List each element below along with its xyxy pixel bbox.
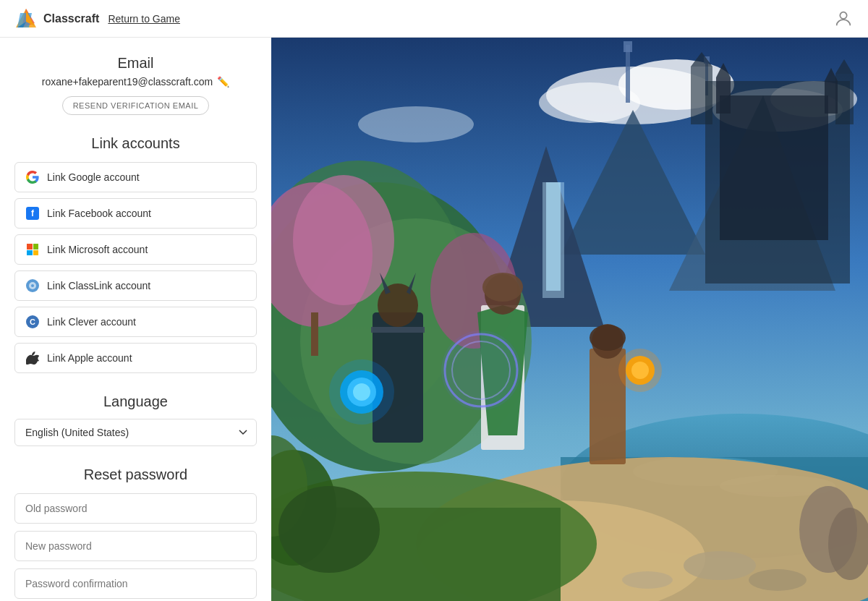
svg-rect-30 — [825, 81, 838, 114]
classcraft-logo-icon — [14, 7, 38, 30]
svg-rect-17 — [624, 41, 632, 52]
header-left: Classcraft Return to Game — [14, 7, 180, 30]
resend-verification-button[interactable]: RESEND VERIFICATION EMAIL — [62, 96, 210, 115]
svg-point-70 — [590, 325, 626, 351]
svg-rect-56 — [371, 327, 425, 333]
left-panel: Email roxane+fakeparent19@classcraft.com… — [0, 38, 271, 601]
classlink-icon — [25, 278, 40, 293]
svg-point-15 — [358, 106, 474, 142]
link-clever-label: Link Clever account — [47, 316, 136, 328]
old-password-input[interactable] — [14, 493, 257, 524]
email-address-row: roxane+fakeparent19@classcraft.com ✏️ — [14, 76, 257, 88]
email-value: roxane+fakeparent19@classcraft.com — [42, 76, 213, 88]
link-google-label: Link Google account — [47, 171, 140, 183]
svg-point-53 — [378, 284, 418, 327]
ms-yellow — [33, 250, 39, 256]
svg-rect-41 — [542, 182, 564, 298]
link-facebook-button[interactable]: f Link Facebook account — [14, 198, 257, 229]
svg-point-76 — [278, 486, 380, 573]
clever-icon: C — [25, 315, 40, 329]
svg-rect-28 — [720, 95, 828, 240]
svg-point-12 — [539, 82, 640, 123]
main-layout: Email roxane+fakeparent19@classcraft.com… — [0, 38, 868, 601]
ms-red — [27, 244, 33, 250]
svg-point-37 — [293, 175, 394, 305]
google-icon — [25, 170, 40, 184]
language-title: Language — [14, 393, 257, 410]
right-panel — [271, 38, 868, 601]
svg-point-73 — [618, 349, 662, 392]
svg-rect-38 — [311, 312, 318, 356]
edit-icon[interactable]: ✏️ — [217, 76, 229, 88]
link-facebook-label: Link Facebook account — [47, 208, 151, 219]
new-password-input[interactable] — [14, 531, 257, 561]
svg-point-77 — [684, 551, 756, 580]
apple-icon — [25, 351, 40, 365]
svg-rect-24 — [691, 67, 712, 124]
link-microsoft-label: Link Microsoft account — [47, 244, 148, 255]
password-confirmation-input[interactable] — [14, 568, 257, 599]
microsoft-grid-icon — [27, 244, 38, 255]
clever-icon-circle: C — [26, 315, 39, 328]
reset-password-title: Reset password — [14, 466, 257, 483]
svg-point-78 — [749, 569, 807, 591]
svg-point-8 — [31, 284, 34, 287]
email-section: Email roxane+fakeparent19@classcraft.com… — [14, 55, 257, 115]
header: Classcraft Return to Game — [0, 0, 868, 38]
svg-rect-16 — [626, 45, 630, 103]
link-clever-button[interactable]: C Link Clever account — [14, 307, 257, 337]
link-accounts-title: Link accounts — [14, 135, 257, 152]
logo: Classcraft — [14, 7, 99, 30]
link-accounts-section: Link accounts Link Google account f — [14, 135, 257, 373]
svg-rect-29 — [716, 77, 731, 114]
return-to-game-link[interactable]: Return to Game — [108, 13, 180, 25]
link-classlink-label: Link ClassLink account — [47, 280, 150, 291]
microsoft-icon — [25, 242, 40, 257]
facebook-icon: f — [25, 206, 40, 221]
facebook-icon-circle: f — [26, 207, 39, 220]
user-icon[interactable] — [833, 9, 854, 29]
link-microsoft-button[interactable]: Link Microsoft account — [14, 234, 257, 265]
ms-green — [33, 244, 39, 250]
svg-point-79 — [622, 571, 673, 589]
svg-point-67 — [441, 331, 521, 410]
svg-point-5 — [840, 12, 846, 18]
svg-point-64 — [482, 273, 523, 302]
svg-rect-25 — [835, 74, 854, 124]
link-classlink-button[interactable]: Link ClassLink account — [14, 270, 257, 301]
header-right — [833, 9, 854, 29]
ms-blue — [27, 250, 33, 256]
hero-image — [271, 38, 868, 601]
email-title: Email — [14, 55, 257, 72]
language-select[interactable]: English (United States) French Spanish P… — [14, 419, 257, 446]
link-google-button[interactable]: Link Google account — [14, 162, 257, 192]
svg-point-60 — [329, 359, 394, 425]
link-apple-button[interactable]: Link Apple account — [14, 343, 257, 373]
link-apple-label: Link Apple account — [47, 352, 132, 364]
reset-password-section: Reset password — [14, 466, 257, 601]
language-section: Language English (United States) French … — [14, 393, 257, 446]
logo-text: Classcraft — [43, 12, 99, 25]
